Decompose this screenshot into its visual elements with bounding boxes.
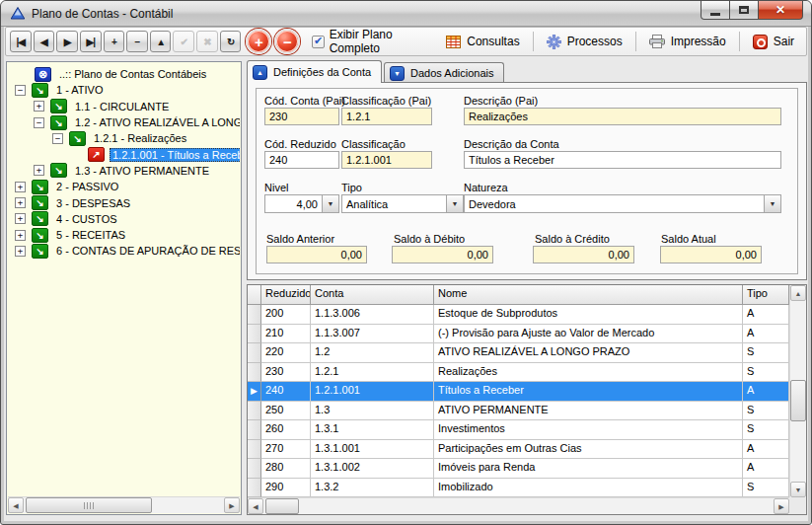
saldo-anterior-field[interactable]: 0,00 [266,246,367,263]
nav-next-button[interactable]: ▶ [56,31,78,52]
tree-node-root[interactable]: ⊗ ..:: Plano de Contas Contábeis [8,66,240,82]
expand-icon[interactable]: + [15,182,26,192]
impressao-button[interactable]: Impressão [641,32,734,51]
tree-node-custos[interactable]: + ↘ 4 - CUSTOS [8,211,240,227]
cell-nome: (-) Provisão para Ajuste ao Valor de Mer… [434,325,743,344]
classificacao-pai-field[interactable]: 1.2.1 [341,108,432,125]
toolbar-separator [739,32,740,51]
expand-icon[interactable]: + [34,165,44,176]
grid-row[interactable]: 200 1.1.3.006 Estoque de Subprodutos A [248,305,789,325]
column-header-conta[interactable]: Conta [311,285,434,305]
scroll-right-icon[interactable]: ▶ [774,498,789,514]
tree-node-titulos-a-receber[interactable]: ↗ 1.2.1.001 - Títulos a Receber [8,146,240,162]
tree-hscroll-thumb[interactable] [26,497,152,513]
tree-node-receitas[interactable]: + ↘ 5 - RECEITAS [8,227,240,243]
scroll-right-icon[interactable]: ▶ [224,497,240,513]
grid-row[interactable]: 250 1.3 ATIVO PERMANENTE S [248,402,789,421]
minimize-button[interactable] [701,1,730,20]
tree-node-despesas[interactable]: + ↘ 3 - DESPESAS [8,194,240,210]
row-indicator [248,440,261,460]
cod-reduzido-field[interactable]: 240 [264,151,339,169]
collapse-icon[interactable]: − [52,133,63,144]
dropdown-arrow-icon[interactable]: ▼ [764,195,780,212]
dropdown-arrow-icon[interactable]: ▼ [322,195,338,212]
tipo-combo[interactable]: Analítica ▼ [341,194,464,213]
processos-button[interactable]: Processos [539,32,630,52]
collapse-icon[interactable]: − [15,85,26,96]
tree-node-label: 5 - RECEITAS [53,228,128,242]
grid-row-selected[interactable]: ▶ 240 1.2.1.001 Títulos a Receber A [248,382,789,402]
cod-conta-pai-label: Cód. Conta (Pai) [264,95,345,107]
grid-hscroll-thumb[interactable] [265,498,299,514]
grid-horizontal-scrollbar[interactable]: ◀ ▶ [248,497,789,514]
nav-first-button[interactable]: |◀ [10,31,32,52]
remove-account-button[interactable]: − [274,29,300,54]
nivel-combo[interactable]: 4,00 ▼ [264,194,339,213]
grid-vertical-scrollbar[interactable]: ▲ ▼ [789,285,806,497]
descricao-pai-field[interactable]: Realizações [464,108,781,125]
column-header-nome[interactable]: Nome [434,285,743,305]
expand-icon[interactable]: + [34,101,44,112]
add-account-button[interactable]: + [246,29,271,54]
grid-row[interactable]: 280 1.3.1.002 Imóveis para Renda A [248,459,789,479]
classificacao-field[interactable]: 1.2.1.001 [341,151,432,169]
grid-row[interactable]: 210 1.1.3.007 (-) Provisão para Ajuste a… [248,325,789,344]
nav-delete-button[interactable]: − [126,31,148,52]
consultas-button[interactable]: Consultas [438,32,527,51]
cell-conta: 1.2 [311,343,434,363]
saldo-debito-field[interactable]: 0,00 [392,246,493,263]
scroll-down-icon[interactable]: ▼ [790,482,806,497]
tree-node-ativo-permanente[interactable]: + ↘ 1.3 - ATIVO PERMANENTE [8,163,240,179]
tree-node-label: 1.1 - CIRCULANTE [72,100,172,113]
nav-refresh-button[interactable]: ↻ [220,31,242,52]
expand-icon[interactable]: + [15,246,26,257]
saldo-atual-field[interactable]: 0,00 [660,246,762,263]
dropdown-arrow-icon[interactable]: ▼ [446,195,463,212]
maximize-button[interactable] [729,1,759,20]
nav-last-button[interactable]: ▶| [80,31,102,52]
cell-reduzido: 200 [261,305,311,325]
tab-definicoes-da-conta[interactable]: ▲ Definições da Conta [247,60,382,83]
natureza-combo[interactable]: Devedora ▼ [464,194,781,213]
nav-insert-button[interactable]: + [104,31,125,52]
column-header-reduzido[interactable]: Reduzido [261,285,311,305]
grid-vscroll-thumb[interactable] [790,380,806,421]
grid-row[interactable]: 290 1.3.2 Imobilizado S [248,479,789,498]
grid-header-row: Reduzido Conta Nome Tipo [248,285,789,305]
tree-node-ativo[interactable]: − ↘ 1 - ATIVO [8,82,240,98]
sair-button[interactable]: Sair [745,32,802,52]
descricao-conta-field[interactable]: Títulos a Receber [464,151,781,169]
tree-horizontal-scrollbar[interactable]: ◀ ▶ [8,496,240,513]
exibir-plano-completo-checkbox[interactable] [312,36,324,48]
grid-row[interactable]: 220 1.2 ATIVO REALIZÁVEL A LONGO PRAZO S [248,343,789,363]
close-button[interactable]: ✕ [758,1,803,20]
cod-conta-pai-field[interactable]: 230 [264,108,339,125]
tree-node-realizavel-longo-prazo[interactable]: − ↘ 1.2 - ATIVO REALIZÁVEL A LONGO PRAZO [8,114,240,130]
nav-edit-button[interactable]: ▲ [150,31,172,52]
tab-label: Definições da Conta [273,66,371,78]
scroll-up-icon[interactable]: ▲ [790,285,806,301]
grid-row[interactable]: 230 1.2.1 Realizações S [248,363,789,383]
exibir-plano-completo: Exibir Plano Completo [312,28,438,55]
expand-icon[interactable]: + [15,197,26,208]
expand-icon[interactable]: + [15,213,26,224]
tree-node-circulante[interactable]: + ↘ 1.1 - CIRCULANTE [8,99,240,114]
maximize-icon [739,6,749,14]
tree-node-realizacoes[interactable]: − ↘ 1.2.1 - Realizações [8,130,240,146]
cell-tipo: A [743,440,789,460]
tree-node-contas-apuracao[interactable]: + ↘ 6 - CONTAS DE APURAÇÃO DE RESULTADO [8,243,240,259]
collapse-icon[interactable]: − [34,117,44,128]
grid-row[interactable]: 260 1.3.1 Investimentos S [248,420,789,440]
titlebar[interactable]: Plano de Contas - Contábil ✕ [1,1,811,27]
scroll-left-icon[interactable]: ◀ [248,498,263,514]
tree-node-passivo[interactable]: + ↘ 2 - PASSIVO [8,179,240,194]
tab-dados-adicionais[interactable]: ▼ Dados Adicionais [384,62,504,83]
cell-reduzido: 260 [261,420,311,440]
saldo-credito-field[interactable]: 0,00 [533,246,634,263]
cell-conta: 1.3.1 [311,420,434,440]
grid-row[interactable]: 270 1.3.1.001 Participações em Outras Ci… [248,440,789,460]
nav-prior-button[interactable]: ◀ [34,31,55,52]
expand-icon[interactable]: + [15,230,26,241]
scroll-left-icon[interactable]: ◀ [8,497,24,513]
column-header-tipo[interactable]: Tipo [743,285,789,305]
